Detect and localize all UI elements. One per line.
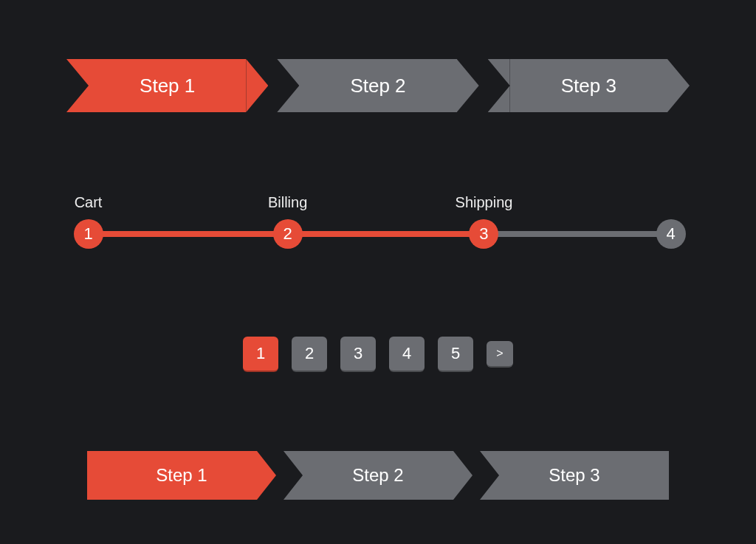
arrow-stepper-a-step-label: Step 1 <box>140 75 195 97</box>
pagination-page-label: 1 <box>256 344 265 363</box>
arrow-stepper-a-step-label: Step 2 <box>350 75 405 97</box>
pagination-page-3[interactable]: 3 <box>340 337 376 372</box>
circle-stepper-number: 2 <box>283 224 292 244</box>
arrow-stepper-a-step-label: Step 3 <box>561 75 616 97</box>
circle-stepper-node-3[interactable]: 3 <box>469 219 498 249</box>
pagination-page-label: 5 <box>451 344 460 363</box>
pagination-page-4[interactable]: 4 <box>389 337 425 372</box>
pagination-page-5[interactable]: 5 <box>438 337 473 372</box>
arrow-stepper-a: Step 1 Step 2 Step 3 <box>66 59 690 112</box>
arrow-stepper-b-step-label: Step 3 <box>549 465 599 486</box>
circle-stepper-node-1[interactable]: 1 <box>74 219 103 249</box>
circle-stepper-number: 4 <box>667 224 676 244</box>
pagination: 1 2 3 4 5 > <box>66 337 690 372</box>
circle-stepper-track <box>81 231 675 237</box>
arrow-stepper-b-step-3[interactable]: Step 3 <box>480 451 669 500</box>
pagination-page-label: 4 <box>402 344 411 363</box>
chevron-right-icon: > <box>496 347 503 360</box>
circle-stepper: Cart 1 Billing 2 Shipping 3 4 <box>66 191 690 258</box>
arrow-stepper-a-step-1[interactable]: Step 1 <box>66 59 268 112</box>
pagination-page-2[interactable]: 2 <box>292 337 327 372</box>
arrow-stepper-b-step-2[interactable]: Step 2 <box>284 451 472 500</box>
arrow-stepper-a-step-3[interactable]: Step 3 <box>488 59 690 112</box>
circle-stepper-node-4[interactable]: 4 <box>656 219 686 249</box>
circle-stepper-number: 1 <box>83 224 92 244</box>
circle-stepper-number: 3 <box>479 224 488 244</box>
pagination-page-label: 2 <box>305 344 314 363</box>
arrow-stepper-a-step-2[interactable]: Step 2 <box>277 59 478 112</box>
circle-stepper-label-shipping: Shipping <box>456 194 513 211</box>
circle-stepper-label-cart: Cart <box>75 194 103 211</box>
arrow-stepper-b-step-1[interactable]: Step 1 <box>87 451 276 500</box>
pagination-next-button[interactable]: > <box>487 341 513 368</box>
circle-stepper-node-2[interactable]: 2 <box>273 219 303 249</box>
pagination-page-1[interactable]: 1 <box>243 337 278 372</box>
arrow-stepper-b: Step 1 Step 2 Step 3 <box>87 451 669 500</box>
circle-stepper-label-billing: Billing <box>268 194 307 211</box>
pagination-page-label: 3 <box>354 344 362 363</box>
arrow-stepper-b-step-label: Step 2 <box>352 465 403 486</box>
arrow-stepper-b-step-label: Step 1 <box>156 465 207 486</box>
